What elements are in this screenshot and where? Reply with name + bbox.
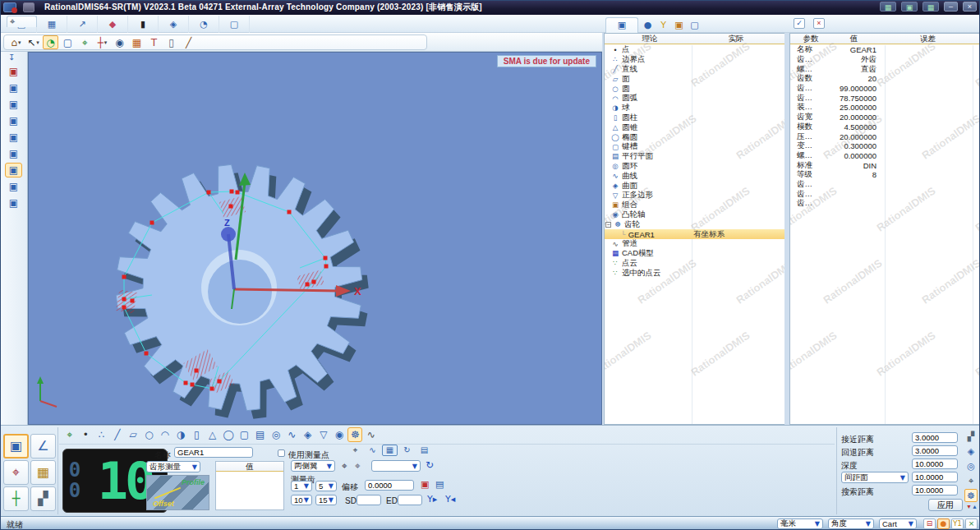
geo-boundary-point[interactable]: ∴	[94, 427, 109, 442]
geo-sphere[interactable]: ◑	[173, 427, 188, 442]
tree-item[interactable]: ◯椭圆	[605, 132, 786, 142]
label-button[interactable]: T	[146, 35, 162, 49]
probe-button[interactable]: ⌖	[77, 35, 93, 49]
param-row[interactable]: 等级8	[790, 170, 979, 180]
geo-circle[interactable]: ○	[142, 427, 157, 442]
view-button[interactable]: ◉	[112, 35, 127, 49]
ed-input[interactable]	[398, 495, 422, 505]
tree-scrollbar[interactable]	[784, 33, 787, 425]
status-x[interactable]: ×	[965, 518, 978, 529]
limit-icon[interactable]: ▣	[421, 480, 429, 489]
paint-button[interactable]: ╱	[181, 35, 196, 49]
status-y1[interactable]: Y1	[951, 518, 964, 529]
cylinder-button[interactable]: ▯	[163, 35, 179, 49]
tree-item[interactable]: •点	[605, 45, 786, 55]
units-select[interactable]: 毫米▼	[777, 518, 823, 529]
collapse-icon[interactable]: −	[605, 222, 611, 228]
mode-report[interactable]: ▤	[416, 445, 432, 456]
param-row[interactable]: 名称GEAR1	[790, 45, 979, 55]
cad-layers-button[interactable]: ▣	[5, 179, 22, 194]
value-list[interactable]: 值	[215, 461, 284, 510]
axes-button[interactable]: ┼▾	[94, 35, 110, 49]
cad-info-button[interactable]: ▣	[5, 146, 22, 161]
strip-scroll-arrows[interactable]: ▼▲	[966, 504, 978, 509]
geo-ellipse[interactable]: ◯	[221, 427, 236, 442]
form-input[interactable]	[912, 485, 958, 495]
measure-type-select[interactable]: 齿形测量▼	[146, 461, 200, 472]
strip-settings[interactable]: ☸	[964, 489, 978, 502]
home-button[interactable]: ⌂▾	[8, 35, 24, 49]
param-row[interactable]: 变…0.300000	[790, 141, 979, 151]
strip-search[interactable]: ◎	[964, 459, 978, 472]
mode-probe[interactable]: ⌖	[347, 445, 363, 456]
tree-item[interactable]: ∵选中的点云	[605, 268, 786, 278]
tree-item[interactable]: ▯圆柱	[605, 113, 786, 123]
name-input[interactable]	[174, 447, 253, 458]
tree-item[interactable]: ╱直线	[605, 65, 786, 75]
tab-group[interactable]: ▣	[673, 19, 685, 31]
param-row[interactable]: 齿数20	[790, 74, 979, 84]
coord-select[interactable]: Cart▼	[879, 518, 917, 529]
tree-item[interactable]: ◎圆环	[605, 162, 786, 172]
params-close-button[interactable]: ×	[813, 18, 825, 29]
tree-item[interactable]: ◈曲面	[605, 181, 786, 191]
select-button[interactable]: ↖▾	[25, 35, 41, 49]
geo-cone[interactable]: △	[205, 427, 220, 442]
coord-tool-button[interactable]: ┼	[3, 486, 29, 511]
tree-item[interactable]: ▦CAD模型	[605, 249, 786, 259]
mode-graph[interactable]: ∿	[365, 445, 380, 456]
param-row[interactable]: 螺…直齿	[790, 64, 979, 74]
param-row[interactable]: 齿宽20.000000	[790, 113, 979, 122]
tab-screen[interactable]: ▢	[219, 16, 250, 33]
edit-table-icon[interactable]: ▤	[435, 480, 444, 489]
geo-cam[interactable]: ◉	[332, 427, 347, 442]
form-input[interactable]	[912, 432, 958, 443]
offset-input[interactable]	[365, 480, 414, 491]
param-row[interactable]: 齿…78.750000	[790, 93, 979, 103]
param-row[interactable]: 齿…外齿	[790, 55, 979, 65]
tree-item[interactable]: ∵点云	[605, 259, 786, 269]
tab-export[interactable]: ↗	[67, 16, 98, 33]
angle-select[interactable]: 角度▼	[828, 518, 874, 529]
geo-curve[interactable]: ∿	[284, 427, 299, 442]
geo-torus[interactable]: ◎	[269, 427, 283, 442]
color-button[interactable]: ▦	[129, 35, 145, 49]
param-row[interactable]: 螺…0.000000	[790, 151, 979, 161]
param-row[interactable]: 装…25.000000	[790, 103, 979, 113]
form-input[interactable]	[912, 445, 958, 456]
geo-polygon[interactable]: ▽	[316, 427, 331, 442]
status-link[interactable]: ⊟	[923, 518, 936, 529]
geo-point[interactable]: •	[78, 427, 93, 442]
window-menu-icon[interactable]	[23, 2, 35, 12]
probe-tool-button[interactable]: ⌖	[3, 460, 29, 485]
form-input[interactable]	[912, 459, 958, 469]
tab-gem[interactable]: ◆	[98, 16, 128, 33]
snap-point-button[interactable]: ▣	[5, 81, 22, 95]
tree-item[interactable]: ∿曲线	[605, 171, 786, 181]
form-input[interactable]	[912, 472, 958, 482]
rotate-icon[interactable]: ↻	[426, 460, 434, 470]
snap-face-button[interactable]: ▣	[5, 113, 22, 128]
param-row[interactable]: 压…20.000000	[790, 131, 979, 141]
geo-cylinder[interactable]: ▯	[189, 427, 204, 442]
tree-item[interactable]: ▣组合	[605, 200, 786, 210]
geo-plane[interactable]: ▱	[126, 427, 140, 442]
flank-select[interactable]: 两侧翼▼	[291, 460, 335, 472]
filter-back-icon[interactable]: Y◂	[445, 495, 455, 504]
levels-select[interactable]: 15▼	[315, 495, 337, 505]
tab-shield[interactable]: ◈	[159, 16, 189, 33]
filter-play-icon[interactable]: Y▸	[427, 495, 437, 504]
snap-edge-button[interactable]: ▣	[5, 97, 22, 112]
tab-table[interactable]: ▦	[37, 16, 67, 33]
geo-surface[interactable]: ◈	[301, 427, 315, 442]
pin-icon[interactable]: ↧	[8, 53, 15, 62]
use-points-checkbox[interactable]	[278, 449, 285, 457]
probe-t-icon[interactable]: ⌖	[342, 461, 347, 471]
param-row[interactable]: 模数4.500000	[790, 122, 979, 132]
tab-screen2[interactable]: ▢	[688, 19, 701, 31]
tree-item[interactable]: △圆锥	[605, 122, 786, 132]
params-confirm-button[interactable]: ✓	[794, 18, 805, 29]
tree-item[interactable]: ◠圆弧	[605, 94, 786, 104]
tab-solid[interactable]: ●	[642, 19, 654, 31]
cad-query-button[interactable]: ▣	[5, 196, 22, 210]
